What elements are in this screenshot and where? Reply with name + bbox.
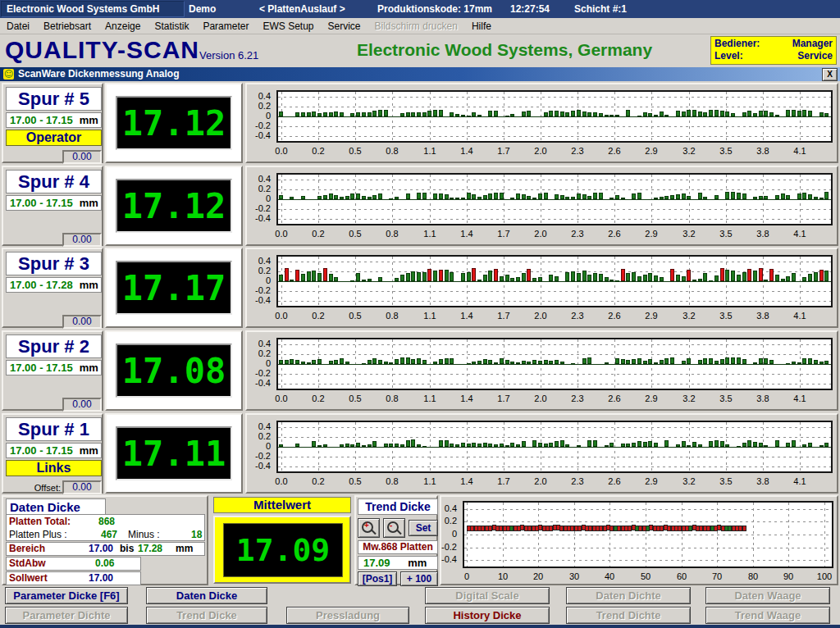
y-tick-label: -0.4 <box>247 461 271 471</box>
chart-bar <box>626 444 630 447</box>
chart-bar <box>295 270 299 281</box>
chart-bar <box>350 444 354 447</box>
menu-parameter[interactable]: Parameter <box>203 20 249 32</box>
chart-bar <box>395 197 399 199</box>
chart-bar <box>709 110 713 116</box>
btn-trend-dicke: Trend Dicke <box>146 607 267 624</box>
menu-service[interactable]: Service <box>328 20 361 32</box>
chart-bar <box>549 443 553 447</box>
chart-bar <box>368 279 372 281</box>
zoom-in-button[interactable]: + <box>358 518 380 538</box>
chart-bar <box>445 194 449 199</box>
x-tick-label: 4.1 <box>786 476 814 486</box>
btn-parameter-dicke[interactable]: Parameter Dicke [F6] <box>5 587 128 604</box>
track-name: Spur # 3 <box>6 252 102 275</box>
x-tick-label: 1.1 <box>416 146 444 156</box>
pos1-button[interactable]: [Pos1] <box>358 571 397 586</box>
gridline-h <box>464 535 832 535</box>
plus-100-button[interactable]: + 100 <box>400 571 438 586</box>
chart-bar <box>725 357 729 364</box>
btn-daten-dicke[interactable]: Daten Dicke <box>146 587 267 604</box>
chart-bar <box>802 358 806 364</box>
chart-bar <box>637 116 641 117</box>
menu-betriebsart[interactable]: Betriebsart <box>43 20 91 32</box>
chart-bar <box>577 110 581 116</box>
menu-hilfe[interactable]: Hilfe <box>472 20 491 32</box>
track-row-spur1: Spur # 1 17.00 - 17.15mm Links Offset: 0… <box>0 412 840 494</box>
chart-bar <box>737 275 741 281</box>
zoom-out-button[interactable]: - <box>383 518 405 538</box>
thickness-value: 17.12 <box>122 103 226 143</box>
gridline-h <box>278 107 831 107</box>
y-tick-label: -0.2 <box>247 285 271 295</box>
chart-bar <box>819 445 824 447</box>
chart-bar <box>687 196 691 199</box>
track-row-spur5: Spur # 5 17.00 - 17.15mm Operator 0.00 1… <box>0 82 840 164</box>
y-tick-label: -0.2 <box>441 542 457 552</box>
chart-bar <box>742 193 746 199</box>
chart-bar <box>340 444 344 447</box>
chart-bar <box>698 279 702 281</box>
chart-bar <box>439 359 443 364</box>
track-offset-value: 0.00 <box>62 233 102 247</box>
chart-bar <box>372 111 377 116</box>
chart-bar <box>571 197 575 199</box>
chart-bar <box>786 443 790 447</box>
chart-bar <box>510 443 514 447</box>
chart-bar <box>340 358 344 364</box>
chart-bar <box>682 111 686 116</box>
chart-bar <box>792 273 796 281</box>
chart-bar <box>427 269 431 281</box>
x-tick-label: 100 <box>810 571 838 581</box>
chart-bar <box>301 196 305 199</box>
mittelwert-display-panel: 17.09 <box>213 516 351 584</box>
x-tick-label: 0.5 <box>341 311 369 321</box>
chart-bar <box>417 112 421 116</box>
menu-anzeige[interactable]: Anzeige <box>105 20 140 32</box>
track-tolerance-range: 17.00 - 17.15mm <box>6 443 102 458</box>
chart-bar <box>609 198 614 199</box>
chart-bar <box>477 280 482 281</box>
chart-bar <box>455 114 459 116</box>
thickness-value: 17.08 <box>122 351 226 391</box>
chart-bar <box>372 358 377 364</box>
chart-bar <box>682 276 686 281</box>
chart-bar <box>510 362 514 364</box>
chart-bar <box>378 360 382 364</box>
platten-plus-label: Platten Plus : <box>9 529 67 540</box>
chart-bar <box>577 445 581 447</box>
gridline-v <box>753 503 754 567</box>
chart-bar <box>538 277 542 281</box>
btn-history-dicke[interactable]: History Dicke <box>425 607 550 624</box>
x-tick-label: 2.3 <box>564 476 591 486</box>
chart-bar <box>467 272 471 281</box>
track-row-spur3: Spur # 3 17.00 - 17.28mm 0.00 17.17 0.40… <box>0 247 840 329</box>
zoom-out-icon: - <box>384 519 404 537</box>
level-label: Level: <box>714 50 743 62</box>
chart-bar <box>742 112 746 116</box>
x-tick-label: 2.6 <box>600 476 628 486</box>
chart-bar <box>395 278 399 281</box>
chart-bar <box>698 193 702 199</box>
close-icon[interactable]: X <box>822 68 838 81</box>
chart-bar <box>312 111 316 116</box>
set-button[interactable]: Set <box>409 520 438 536</box>
chart-bar <box>411 359 415 364</box>
menu-statistik[interactable]: Statistik <box>154 20 189 32</box>
x-tick-label: 90 <box>774 571 802 581</box>
menu-datei[interactable]: Datei <box>7 20 30 32</box>
y-tick-label: -0.4 <box>441 554 457 564</box>
chart-bar <box>759 268 763 281</box>
chart-bar <box>709 280 713 282</box>
gridline-v <box>717 503 718 567</box>
x-tick-label: 2.6 <box>600 311 628 321</box>
gridline-h <box>278 262 831 262</box>
x-tick-label: 1.7 <box>490 311 518 321</box>
menu-ews-setup[interactable]: EWS Setup <box>262 20 313 32</box>
chart-bar <box>819 198 824 199</box>
x-tick-label: 3.5 <box>712 146 740 156</box>
chart-bar <box>565 197 569 199</box>
chart-bar <box>329 361 333 364</box>
chart-bar <box>307 362 311 364</box>
x-tick-label: 4.1 <box>786 146 814 156</box>
